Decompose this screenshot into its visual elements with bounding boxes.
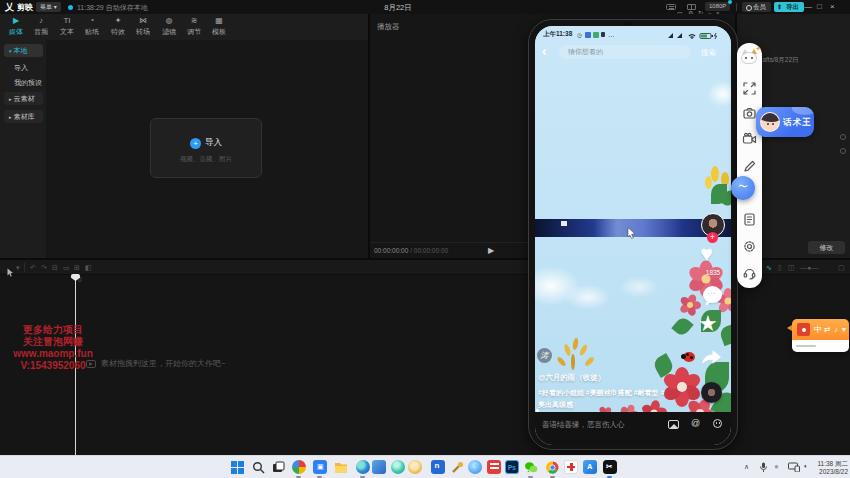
- music-icon[interactable]: ♪: [834, 324, 838, 335]
- export-button[interactable]: 导出: [774, 2, 804, 12]
- assistant-chat-button[interactable]: 话术王: [756, 107, 814, 137]
- keyboard-shortcut-icon[interactable]: [666, 4, 676, 10]
- mirror-toolbar: ✦ 〜: [737, 43, 762, 288]
- pinwheel-app-icon[interactable]: [292, 460, 306, 474]
- sidebar-item-presets[interactable]: 我的预设: [4, 76, 43, 89]
- qq-icon[interactable]: ☾: [468, 460, 482, 474]
- mention-icon[interactable]: @: [691, 418, 700, 428]
- delete-icon[interactable]: ▭: [63, 262, 70, 273]
- fullscreen-icon[interactable]: [742, 81, 757, 96]
- comment-icon[interactable]: [703, 286, 722, 303]
- sidebar-item-local[interactable]: ▾本地: [4, 44, 43, 57]
- settings-gear-icon[interactable]: [742, 239, 757, 254]
- capcut-taskbar-icon[interactable]: ✂: [603, 460, 617, 474]
- radio-option-1[interactable]: [840, 134, 846, 140]
- swap-icon[interactable]: ⇄: [824, 324, 831, 335]
- music-disc-icon[interactable]: [701, 382, 722, 403]
- image-icon[interactable]: [668, 420, 679, 429]
- pen-icon[interactable]: [742, 159, 757, 174]
- browser-green-icon[interactable]: [391, 460, 405, 474]
- douyin-video[interactable]: 上午11:38 ◷ ⋯: [535, 26, 731, 412]
- search-input[interactable]: 猜你想看的: [559, 45, 691, 59]
- headset-icon[interactable]: [742, 265, 757, 280]
- phone-status-bar: 上午11:38 ◷ ⋯: [535, 30, 731, 40]
- split-icon[interactable]: ⊟: [52, 262, 58, 273]
- meeting-blue-icon[interactable]: n: [431, 460, 445, 474]
- mascot-icon[interactable]: ✦: [741, 49, 758, 64]
- emoji-icon[interactable]: [713, 419, 722, 428]
- favorite-icon[interactable]: ★: [698, 311, 718, 337]
- vip-button[interactable]: 会员: [742, 2, 771, 12]
- modify-button[interactable]: 修改: [808, 241, 845, 254]
- phone-mirror-window[interactable]: 上午11:38 ◷ ⋯: [528, 19, 738, 450]
- maximize-button[interactable]: □: [817, 0, 822, 13]
- tab-template[interactable]: ▦模板: [204, 16, 234, 36]
- zoom-slider[interactable]: —●—: [800, 262, 818, 273]
- status-app-icon: [585, 32, 591, 38]
- import-dropzone[interactable]: + 导入 视频、音频、图片: [150, 118, 262, 178]
- radio-option-2[interactable]: [840, 148, 846, 154]
- phone-link-icon[interactable]: [372, 460, 386, 474]
- tray-expand-icon[interactable]: ∧: [744, 463, 749, 471]
- search-button[interactable]: 搜索: [701, 48, 716, 58]
- creator-badge: 涛: [537, 348, 552, 363]
- comment-input[interactable]: 善语结善缘，恶言伤人心: [542, 420, 625, 430]
- preview-axis-icon[interactable]: ◫: [788, 262, 795, 273]
- microphone-tray-icon[interactable]: [759, 462, 768, 475]
- fit-timeline-icon[interactable]: ▢: [838, 262, 845, 273]
- video-caption: #好看的小姐姐 #美丽丝巾搭配 #耐看型 #美出高级感: [538, 387, 688, 411]
- autosave-status: 11:38:29 自动保存本地: [77, 3, 148, 13]
- screenshot-icon[interactable]: [742, 106, 757, 121]
- mirror-flip-icon[interactable]: ◧: [85, 262, 92, 273]
- search-icon[interactable]: [252, 460, 266, 474]
- play-button[interactable]: ▶: [488, 246, 494, 255]
- collapse-icon[interactable]: ▾: [842, 324, 846, 335]
- translator-widget[interactable]: 中 ⇄ ♪ ▾: [792, 319, 849, 352]
- sidebar-item-library[interactable]: ▸素材库: [4, 110, 43, 123]
- wechat-icon[interactable]: [524, 460, 538, 474]
- record-stop-icon[interactable]: [797, 323, 810, 336]
- username[interactable]: @六月的雨（收徒）: [538, 373, 605, 383]
- select-tool-dropdown[interactable]: ▾: [16, 262, 20, 273]
- ladybug: [683, 352, 695, 362]
- sidebar-item-import[interactable]: 导入: [4, 61, 43, 74]
- assistant-ball-icon[interactable]: 〜: [731, 176, 755, 200]
- menu-button[interactable]: 菜单 ▾: [36, 2, 61, 12]
- back-icon[interactable]: ‹: [542, 44, 547, 58]
- mouse-cursor: [627, 227, 636, 239]
- like-icon[interactable]: ♥: [700, 241, 713, 267]
- user-yellow-icon[interactable]: [408, 460, 422, 474]
- edge-icon[interactable]: [356, 460, 370, 474]
- undo-icon[interactable]: ↶: [30, 262, 36, 273]
- blue-a-icon[interactable]: A: [583, 460, 597, 474]
- share-icon[interactable]: [701, 349, 722, 365]
- tool-yellow-icon[interactable]: [451, 460, 465, 474]
- video-app-icon[interactable]: ▣: [313, 460, 327, 474]
- cloud: [565, 284, 611, 310]
- taskbar-clock[interactable]: 11:38 周二 2023/8/22: [790, 460, 848, 476]
- snap-icon[interactable]: ∿: [766, 262, 772, 273]
- cloud-blob: [707, 81, 731, 107]
- autosave-indicator-icon: [68, 5, 73, 10]
- red-plus-icon[interactable]: [564, 460, 578, 474]
- minimize-button[interactable]: —: [804, 0, 812, 13]
- select-tool-icon[interactable]: [7, 263, 14, 272]
- tray-dim-icon[interactable]: ●: [774, 462, 779, 471]
- script-icon[interactable]: [742, 212, 757, 227]
- sidebar-item-cloud[interactable]: ▸云素材: [4, 92, 43, 105]
- task-view-icon[interactable]: [272, 460, 286, 474]
- photoshop-icon[interactable]: Ps: [505, 460, 519, 474]
- link-icon[interactable]: ▯: [778, 262, 782, 273]
- start-button-icon[interactable]: [231, 460, 245, 474]
- phone-screen[interactable]: 上午11:38 ◷ ⋯: [535, 26, 731, 445]
- crop-icon[interactable]: ⊞: [74, 262, 80, 273]
- close-button[interactable]: ×: [830, 0, 835, 13]
- translate-icon[interactable]: 中: [814, 324, 822, 335]
- red-card-icon[interactable]: [487, 460, 501, 474]
- comment-bar: 善语结善缘，恶言伤人心 @: [535, 412, 731, 445]
- redo-icon[interactable]: ↷: [41, 262, 47, 273]
- record-icon[interactable]: [742, 132, 757, 147]
- chrome-icon[interactable]: [546, 460, 560, 474]
- toolbar-divider: [24, 263, 25, 272]
- file-explorer-icon[interactable]: [334, 460, 348, 474]
